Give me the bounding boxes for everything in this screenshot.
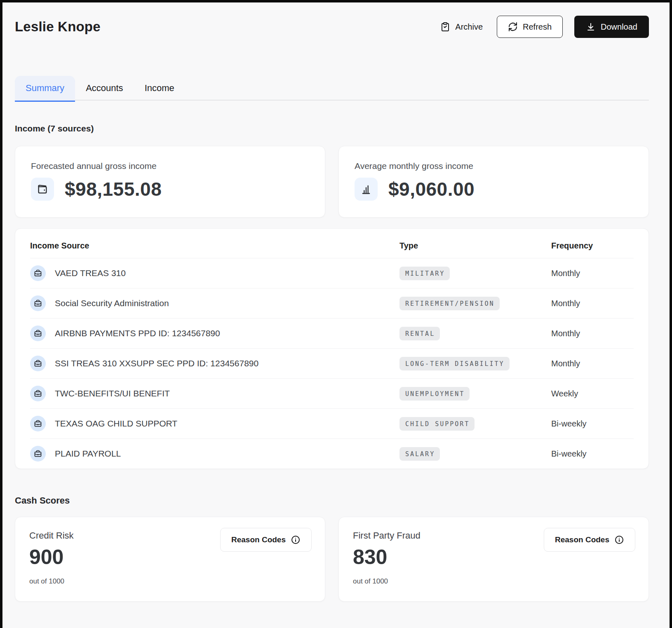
income-frequency: Monthly — [551, 359, 634, 368]
reason-codes-label: Reason Codes — [555, 535, 609, 544]
reason-codes-label: Reason Codes — [231, 535, 286, 544]
app-window: Leslie Knope Archive — [0, 0, 672, 628]
income-type-badge: CHILD SUPPORT — [399, 417, 475, 431]
stat-label: Average monthly gross income — [355, 161, 633, 171]
income-type-badge: RETIREMENT/PENSION — [399, 297, 500, 310]
score-out-of: out of 1000 — [29, 577, 311, 586]
table-row: PLAID PAYROLL SALARY Bi-weekly — [30, 438, 634, 469]
tab-income-label: Income — [145, 83, 174, 93]
info-icon — [291, 535, 301, 545]
download-button[interactable]: Download — [574, 16, 649, 38]
table-row: SSI TREAS 310 XXSUPP SEC PPD ID: 1234567… — [30, 348, 634, 378]
table-row: TWC-BENEFITS/UI BENEFIT UNEMPLOYMENT Wee… — [30, 378, 634, 408]
income-source-name: TWC-BENEFITS/UI BENEFIT — [55, 389, 170, 398]
bar-chart-icon — [355, 178, 378, 201]
column-frequency: Frequency — [551, 241, 634, 251]
table-row: VAED TREAS 310 MILITARY Monthly — [30, 258, 634, 288]
cash-score-cards: Credit Risk 900 out of 1000 Reason Codes… — [15, 517, 649, 602]
cash-scores-heading: Cash Scores — [15, 495, 649, 506]
income-source-name: AIRBNB PAYMENTS PPD ID: 1234567890 — [55, 328, 220, 338]
table-row: Social Security Administration RETIREMEN… — [30, 288, 634, 318]
income-source-table: Income Source Type Frequency VAED TREAS … — [15, 228, 649, 469]
income-section-heading: Income (7 sources) — [15, 124, 649, 134]
income-frequency: Bi-weekly — [551, 449, 634, 459]
income-source-name: PLAID PAYROLL — [55, 449, 121, 459]
income-source-name: Social Security Administration — [55, 298, 169, 308]
income-source-name: TEXAS OAG CHILD SUPPORT — [55, 419, 177, 429]
refresh-icon — [508, 22, 518, 32]
tab-bar: Summary Accounts Income — [15, 76, 649, 101]
briefcase-icon — [30, 386, 46, 401]
credit-risk-card: Credit Risk 900 out of 1000 Reason Codes — [15, 517, 325, 602]
wallet-icon — [31, 178, 54, 201]
page-title: Leslie Knope — [15, 19, 101, 35]
income-frequency: Monthly — [551, 329, 634, 338]
income-frequency: Weekly — [551, 389, 634, 398]
income-type-badge: MILITARY — [399, 267, 450, 280]
column-type: Type — [399, 241, 551, 251]
table-row: TEXAS OAG CHILD SUPPORT CHILD SUPPORT Bi… — [30, 408, 634, 438]
archive-label: Archive — [455, 23, 483, 31]
briefcase-icon — [30, 356, 46, 371]
income-source-name: SSI TREAS 310 XXSUPP SEC PPD ID: 1234567… — [55, 359, 258, 368]
archive-button[interactable]: Archive — [438, 17, 485, 37]
forecasted-annual-income-card: Forecasted annual gross income $98,155.0… — [15, 146, 325, 218]
clipboard-check-icon — [440, 22, 450, 32]
briefcase-icon — [30, 416, 46, 431]
briefcase-icon — [30, 326, 46, 341]
income-type-badge: SALARY — [399, 447, 440, 461]
income-source-name: VAED TREAS 310 — [55, 268, 126, 278]
score-out-of: out of 1000 — [353, 577, 634, 586]
income-type-badge: LONG-TERM DISABILITY — [399, 357, 510, 370]
first-party-fraud-card: First Party Fraud 830 out of 1000 Reason… — [338, 517, 649, 602]
credit-risk-reason-codes-button[interactable]: Reason Codes — [220, 528, 312, 552]
first-party-fraud-reason-codes-button[interactable]: Reason Codes — [544, 528, 635, 552]
income-type-badge: RENTAL — [399, 327, 440, 340]
income-summary-cards: Forecasted annual gross income $98,155.0… — [15, 146, 649, 218]
stat-label: Forecasted annual gross income — [31, 161, 309, 171]
table-header-row: Income Source Type Frequency — [30, 229, 634, 258]
refresh-button[interactable]: Refresh — [497, 16, 563, 38]
tab-income[interactable]: Income — [134, 76, 185, 101]
download-icon — [586, 22, 596, 32]
income-type-badge: UNEMPLOYMENT — [399, 387, 470, 401]
income-frequency: Monthly — [551, 269, 634, 278]
download-label: Download — [601, 23, 637, 31]
income-frequency: Bi-weekly — [551, 419, 634, 429]
income-frequency: Monthly — [551, 299, 634, 308]
refresh-label: Refresh — [523, 23, 552, 31]
income-table-body: VAED TREAS 310 MILITARY Monthly Social S… — [30, 258, 634, 469]
briefcase-icon — [30, 295, 46, 311]
briefcase-icon — [30, 265, 46, 281]
tab-summary-label: Summary — [26, 83, 64, 93]
tab-accounts-label: Accounts — [86, 83, 123, 93]
header: Leslie Knope Archive — [15, 16, 649, 38]
briefcase-icon — [30, 446, 46, 462]
tab-accounts[interactable]: Accounts — [75, 76, 134, 101]
table-row: AIRBNB PAYMENTS PPD ID: 1234567890 RENTA… — [30, 318, 634, 348]
average-monthly-income-card: Average monthly gross income $9,060.00 — [338, 146, 649, 218]
tab-summary[interactable]: Summary — [15, 76, 75, 101]
info-icon — [614, 535, 624, 545]
stat-value: $98,155.08 — [65, 178, 162, 200]
column-income-source: Income Source — [30, 241, 399, 251]
header-actions: Archive Refresh — [438, 16, 649, 38]
stat-value: $9,060.00 — [388, 178, 475, 200]
